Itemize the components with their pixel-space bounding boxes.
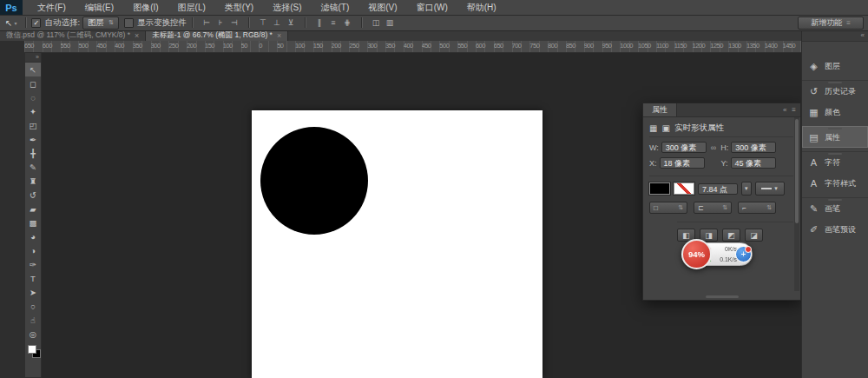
ruler-number: 1150 bbox=[674, 41, 693, 51]
stroke-color-swatch[interactable] bbox=[674, 182, 694, 195]
menu-filter[interactable]: 滤镜(T) bbox=[312, 0, 359, 15]
align-bottom-edges-icon[interactable]: ⊻ bbox=[285, 17, 297, 29]
align-left-edges-icon[interactable]: ⊢ bbox=[201, 17, 213, 29]
dock-panel-brush-presets[interactable]: ✐ 画笔预设 bbox=[802, 219, 868, 240]
menu-view[interactable]: 视图(V) bbox=[358, 0, 406, 15]
width-label: W: bbox=[649, 143, 659, 152]
stroke-width-field[interactable]: 7.84 点 bbox=[698, 183, 738, 195]
ruler-number: 1100 bbox=[656, 41, 674, 51]
brush-tool[interactable]: ✎ bbox=[25, 160, 41, 174]
hand-tool[interactable]: ☝ bbox=[25, 313, 41, 327]
foreground-color-swatch[interactable] bbox=[28, 345, 36, 354]
distribute-vertical-icon[interactable]: ≡ bbox=[327, 17, 339, 29]
height-field[interactable]: 300 像素 bbox=[731, 142, 776, 153]
panel-menu-icon[interactable]: ≡ bbox=[792, 106, 796, 114]
lasso-tool[interactable]: ◌ bbox=[25, 90, 41, 104]
quick-selection-tool[interactable]: ✦ bbox=[25, 104, 41, 118]
distribute-horizontal-icon[interactable]: ∥ bbox=[313, 17, 326, 29]
memory-usage-ball[interactable]: 94% bbox=[681, 239, 712, 269]
live-shape-header: ▦ ▣ 实时形状属性 bbox=[649, 120, 793, 137]
mask-properties-icon[interactable]: ▣ bbox=[661, 123, 669, 133]
auto-align-layers-icon[interactable]: ◫ bbox=[370, 17, 382, 29]
dock-panel-character[interactable]: A 字符 bbox=[802, 151, 868, 173]
stroke-caps-select[interactable]: ⊏ ⇅ bbox=[694, 202, 732, 214]
menu-file[interactable]: 文件(F) bbox=[28, 0, 76, 15]
workspace-switcher-button[interactable]: 新增功能 ≡ bbox=[798, 17, 864, 30]
gradient-tool[interactable]: ▩ bbox=[25, 216, 41, 229]
auto-select-target-select[interactable]: 图层 ⇅ bbox=[82, 17, 119, 30]
accelerate-button[interactable]: + bbox=[735, 246, 752, 262]
distribute-spacing-icon[interactable]: ⋕ bbox=[341, 17, 353, 29]
x-field[interactable]: 18 像素 bbox=[660, 157, 705, 169]
eraser-tool[interactable]: ▰ bbox=[25, 202, 41, 216]
auto-align-mode-icon[interactable]: ▥ bbox=[384, 17, 396, 29]
ruler-number: 900 bbox=[584, 41, 602, 51]
dock-panel-layers[interactable]: ◈ 图层 bbox=[802, 56, 868, 76]
healing-brush-tool[interactable]: ╋ bbox=[25, 146, 41, 160]
panel-icon: ▤ bbox=[808, 132, 819, 143]
history-brush-tool[interactable]: ↺ bbox=[25, 188, 41, 202]
show-transform-checkbox[interactable] bbox=[124, 18, 134, 28]
collapse-toolbar-icon[interactable]: » bbox=[25, 53, 41, 63]
crop-tool[interactable]: ◰ bbox=[25, 118, 41, 132]
dock-panel-properties[interactable]: ▤ 属性 bbox=[802, 126, 868, 148]
document-tab-bar: 微信.psd @ 117% (二维码, CMYK/8) * × 未标题-1 @ … bbox=[0, 30, 801, 41]
properties-panel-tab[interactable]: 属性 bbox=[643, 103, 677, 116]
panel-resize-grip[interactable] bbox=[706, 295, 739, 298]
ruler-number: 1350 bbox=[746, 41, 765, 51]
menu-window[interactable]: 窗口(W) bbox=[407, 0, 457, 15]
stroke-align-select[interactable]: □ ⇅ bbox=[649, 202, 687, 214]
marquee-tool[interactable]: ◻ bbox=[25, 76, 41, 90]
pen-tool[interactable]: ✑ bbox=[25, 257, 41, 271]
clone-stamp-tool[interactable]: ♜ bbox=[25, 174, 41, 188]
speed-readout: 0K/s 0.1K/s bbox=[714, 244, 737, 265]
ruler-number: 300 bbox=[151, 41, 169, 51]
width-field[interactable]: 300 像素 bbox=[661, 142, 707, 153]
y-field[interactable]: 45 像素 bbox=[731, 157, 776, 169]
left-margin bbox=[0, 30, 24, 378]
stroke-corners-select[interactable]: ⌐ ⇅ bbox=[738, 202, 776, 214]
net-speed-floating-widget[interactable]: ↑ ↓ 0K/s 0.1K/s + 94% bbox=[681, 239, 754, 271]
dock-panel-character-styles[interactable]: A 字符样式 bbox=[802, 173, 868, 194]
menu-type[interactable]: 类型(Y) bbox=[215, 0, 263, 15]
dock-panel-brush[interactable]: ✎ 画笔 bbox=[802, 197, 868, 219]
move-tool[interactable]: ↖ bbox=[25, 63, 41, 76]
ellipse-shape-tool[interactable]: ○ bbox=[25, 299, 41, 313]
zoom-tool[interactable]: ◎ bbox=[25, 327, 41, 341]
y-label: Y: bbox=[721, 159, 728, 168]
document-tab-untitled[interactable]: 未标题-1 @ 66.7% (椭圆 1, RGB/8) * × bbox=[146, 30, 288, 41]
path-selection-tool[interactable]: ➤ bbox=[25, 285, 41, 299]
ruler-number: 350 bbox=[133, 41, 151, 51]
menu-image[interactable]: 图像(I) bbox=[123, 0, 168, 15]
stroke-type-select[interactable]: ▾ bbox=[755, 182, 785, 196]
ruler-number: 450 bbox=[422, 41, 440, 51]
menu-help[interactable]: 帮助(H) bbox=[457, 0, 506, 15]
align-right-edges-icon[interactable]: ⊣ bbox=[228, 17, 240, 29]
dodge-tool[interactable]: ◑ bbox=[25, 243, 41, 257]
auto-select-checkbox[interactable]: ✓ bbox=[31, 18, 41, 28]
menu-layer[interactable]: 图层(L) bbox=[168, 0, 215, 15]
align-vertical-centers-icon[interactable]: ⊥ bbox=[271, 17, 283, 29]
close-icon[interactable]: × bbox=[135, 31, 139, 40]
align-horizontal-centers-icon[interactable]: ⊦ bbox=[214, 17, 227, 29]
dock-panel-history[interactable]: ↺ 历史记录 bbox=[802, 80, 868, 102]
menu-select[interactable]: 选择(S) bbox=[263, 0, 311, 15]
tool-preset-button[interactable]: ↖ ▾ bbox=[5, 18, 16, 28]
type-tool[interactable]: T bbox=[25, 271, 41, 285]
eyedropper-tool[interactable]: ✒ bbox=[25, 132, 41, 146]
menu-edit[interactable]: 编辑(E) bbox=[76, 0, 123, 15]
align-top-edges-icon[interactable]: ⊤ bbox=[257, 17, 269, 29]
link-dimensions-icon[interactable]: ∞ bbox=[711, 143, 716, 152]
ruler-number: 600 bbox=[43, 41, 61, 51]
close-icon[interactable]: × bbox=[277, 31, 281, 40]
expand-dock-icon[interactable]: « bbox=[802, 30, 868, 42]
stroke-width-dropdown[interactable]: ▾ bbox=[741, 182, 752, 196]
blur-tool[interactable]: ◕ bbox=[25, 229, 41, 243]
dock-panel-color[interactable]: ▦ 颜色 bbox=[802, 102, 868, 123]
fill-color-swatch[interactable] bbox=[649, 182, 670, 195]
ruler-number: 200 bbox=[187, 41, 205, 51]
photoshop-logo: Ps bbox=[0, 0, 23, 15]
panel-scrollbar[interactable] bbox=[794, 117, 799, 291]
document-tab-wechat[interactable]: 微信.psd @ 117% (二维码, CMYK/8) * × bbox=[0, 30, 146, 41]
collapse-panel-icon[interactable]: « bbox=[783, 106, 786, 114]
